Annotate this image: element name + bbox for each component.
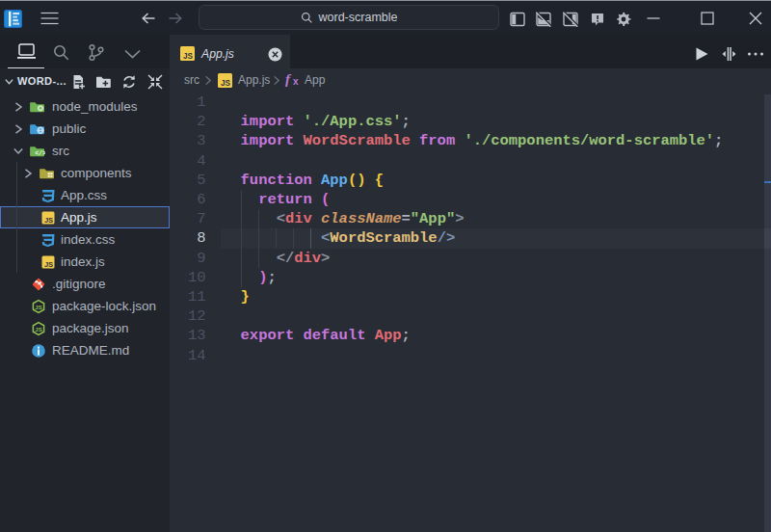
svg-text:JS: JS — [35, 304, 41, 309]
svg-text:JS: JS — [44, 216, 53, 225]
svg-text:JS: JS — [183, 52, 194, 61]
svg-text:JS: JS — [221, 79, 231, 88]
svg-text:JS: JS — [44, 260, 53, 269]
svg-text:JS: JS — [35, 326, 41, 332]
svg-text:</>: </> — [35, 150, 45, 157]
